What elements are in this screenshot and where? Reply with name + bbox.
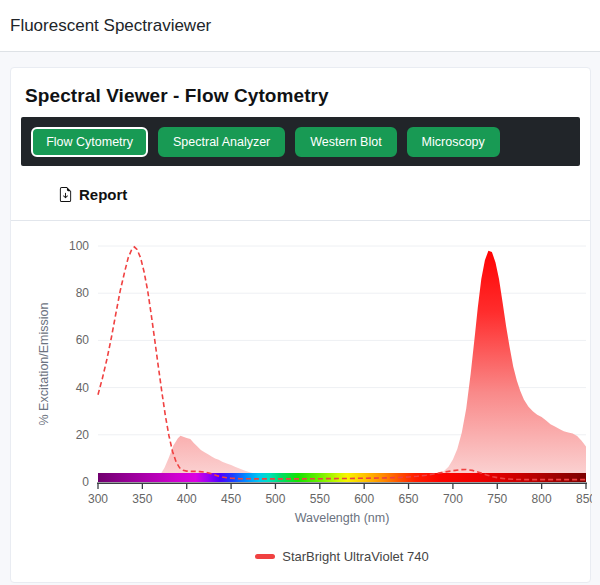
- svg-text:500: 500: [265, 492, 285, 506]
- svg-text:300: 300: [88, 492, 108, 506]
- file-arrow-down-icon: [58, 187, 73, 202]
- tab-microscopy[interactable]: Microscopy: [407, 127, 500, 157]
- svg-text:600: 600: [354, 492, 374, 506]
- legend-item[interactable]: StarBright UltraViolet 740: [255, 549, 428, 564]
- instrument-navbar: Flow Cytometry Spectral Analyzer Western…: [21, 117, 580, 166]
- svg-text:800: 800: [532, 492, 552, 506]
- tab-western-blot[interactable]: Western Blot: [295, 127, 396, 157]
- report-link[interactable]: Report: [58, 186, 127, 203]
- svg-text:Wavelength (nm): Wavelength (nm): [295, 511, 390, 525]
- svg-text:750: 750: [487, 492, 507, 506]
- svg-text:% Excitation/Emission: % Excitation/Emission: [37, 302, 51, 425]
- divider: [11, 220, 590, 221]
- app-header: Fluorescent Spectraviewer: [0, 0, 600, 52]
- svg-text:0: 0: [82, 475, 89, 489]
- report-label: Report: [79, 186, 127, 203]
- tab-flow-cytometry[interactable]: Flow Cytometry: [31, 127, 148, 157]
- svg-text:400: 400: [177, 492, 197, 506]
- chart-legend: StarBright UltraViolet 740: [36, 549, 592, 564]
- app-title: Fluorescent Spectraviewer: [10, 16, 590, 36]
- card-title: Spectral Viewer - Flow Cytometry: [25, 85, 576, 107]
- svg-text:550: 550: [310, 492, 330, 506]
- svg-text:60: 60: [76, 333, 90, 347]
- svg-text:850: 850: [576, 492, 592, 506]
- page: Spectral Viewer - Flow Cytometry Flow Cy…: [0, 52, 600, 585]
- report-row: Report: [58, 186, 590, 206]
- svg-text:700: 700: [443, 492, 463, 506]
- svg-text:20: 20: [76, 428, 90, 442]
- svg-text:40: 40: [76, 381, 90, 395]
- svg-text:350: 350: [132, 492, 152, 506]
- legend-swatch: [255, 554, 275, 559]
- svg-text:650: 650: [399, 492, 419, 506]
- tab-spectral-analyzer[interactable]: Spectral Analyzer: [158, 127, 285, 157]
- svg-text:100: 100: [69, 239, 89, 253]
- legend-label: StarBright UltraViolet 740: [282, 549, 428, 564]
- spectra-viewer-card: Spectral Viewer - Flow Cytometry Flow Cy…: [10, 67, 591, 583]
- svg-text:80: 80: [76, 286, 90, 300]
- spectra-chart: 020406080100% Excitation/Emission3003504…: [36, 235, 592, 539]
- svg-text:450: 450: [221, 492, 241, 506]
